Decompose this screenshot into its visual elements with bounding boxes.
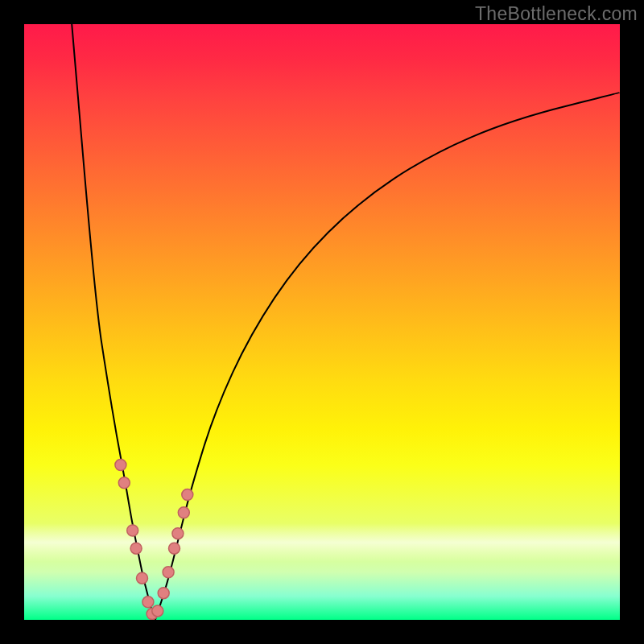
chart-svg <box>24 24 620 620</box>
data-point <box>182 489 193 501</box>
chart-frame: TheBottleneck.com <box>0 0 644 644</box>
data-point <box>172 528 184 539</box>
data-point <box>127 525 138 536</box>
data-point <box>152 605 163 617</box>
data-points <box>115 460 193 620</box>
data-point <box>118 477 130 489</box>
curve-left-branch <box>72 24 155 620</box>
data-point <box>163 567 174 578</box>
data-point <box>158 588 169 599</box>
data-point <box>169 543 180 554</box>
data-point <box>130 543 142 554</box>
data-point <box>178 507 189 518</box>
data-point <box>115 460 126 471</box>
watermark-text: TheBottleneck.com <box>475 3 638 25</box>
curve-right-branch <box>155 93 620 620</box>
data-point <box>142 597 154 608</box>
plot-area <box>24 24 620 620</box>
data-point <box>137 572 148 584</box>
